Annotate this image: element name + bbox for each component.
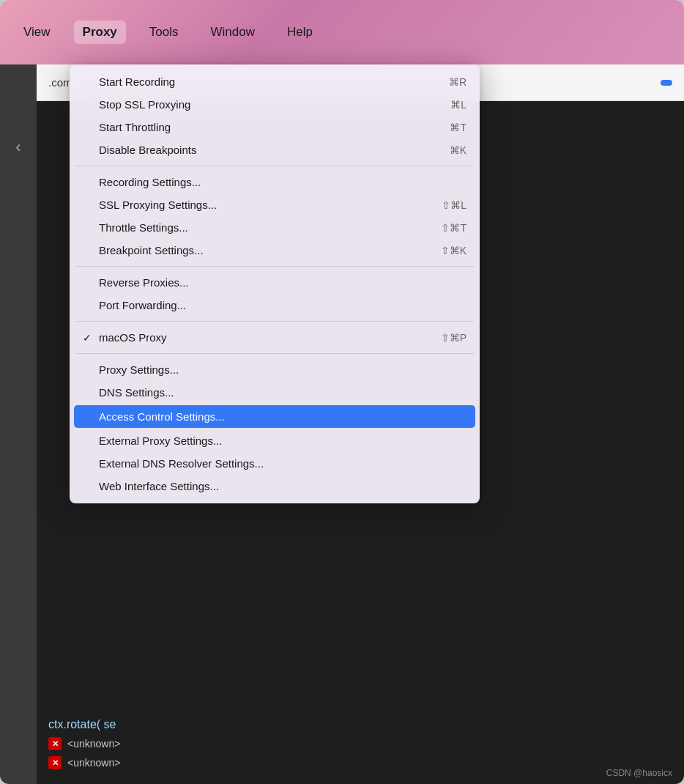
divider-4 xyxy=(75,353,474,354)
label-proxy-settings: Proxy Settings... xyxy=(99,363,179,376)
label-stop-ssl: Stop SSL Proxying xyxy=(99,98,190,111)
dropdown-menu: Start Recording ⌘R Stop SSL Proxying ⌘L … xyxy=(70,64,480,503)
menu-item-reverse-proxies[interactable]: Reverse Proxies... xyxy=(70,271,480,294)
shortcut-throttle-settings: ⇧⌘T xyxy=(441,222,466,234)
menu-section-3: Reverse Proxies... Port Forwarding... xyxy=(70,270,480,318)
label-breakpoint-settings: Breakpoint Settings... xyxy=(99,244,204,256)
menu-section-5: Proxy Settings... DNS Settings... Access… xyxy=(70,357,480,499)
menu-section-2: Recording Settings... SSL Proxying Setti… xyxy=(70,169,480,263)
dropdown-overlay: Start Recording ⌘R Stop SSL Proxying ⌘L … xyxy=(0,0,684,784)
shortcut-stop-ssl: ⌘L xyxy=(450,99,466,111)
menu-item-external-dns-resolver[interactable]: External DNS Resolver Settings... xyxy=(70,452,480,475)
menu-item-start-recording[interactable]: Start Recording ⌘R xyxy=(70,70,480,93)
label-start-throttling: Start Throttling xyxy=(99,121,171,133)
menu-item-dns-settings[interactable]: DNS Settings... xyxy=(70,381,480,404)
shortcut-start-throttling: ⌘T xyxy=(450,122,466,133)
label-web-interface-settings: Web Interface Settings... xyxy=(99,480,219,492)
menu-item-stop-ssl[interactable]: Stop SSL Proxying ⌘L xyxy=(70,93,480,116)
shortcut-macos-proxy: ⇧⌘P xyxy=(441,332,466,344)
label-disable-breakpoints: Disable Breakpoints xyxy=(99,144,196,156)
menu-item-external-proxy-settings[interactable]: External Proxy Settings... xyxy=(70,429,480,452)
menu-item-proxy-settings[interactable]: Proxy Settings... xyxy=(70,358,480,381)
app-window: View Proxy Tools Window Help ‹ .com ctx.… xyxy=(0,0,684,784)
label-port-forwarding: Port Forwarding... xyxy=(99,299,186,311)
label-dns-settings: DNS Settings... xyxy=(99,386,174,399)
menu-item-start-throttling[interactable]: Start Throttling ⌘T xyxy=(70,116,480,138)
menu-item-access-control-settings[interactable]: Access Control Settings... xyxy=(74,405,475,428)
menu-item-web-interface-settings[interactable]: Web Interface Settings... xyxy=(70,475,480,498)
label-macos-proxy: macOS Proxy xyxy=(99,331,167,344)
menu-item-macos-proxy[interactable]: ✓ macOS Proxy ⇧⌘P xyxy=(70,326,480,349)
menu-section-4: ✓ macOS Proxy ⇧⌘P xyxy=(70,325,480,350)
shortcut-ssl-proxying-settings: ⇧⌘L xyxy=(442,199,466,211)
label-recording-settings: Recording Settings... xyxy=(99,176,201,188)
label-throttle-settings: Throttle Settings... xyxy=(99,221,188,234)
menu-item-disable-breakpoints[interactable]: Disable Breakpoints ⌘K xyxy=(70,138,480,161)
label-access-control: Access Control Settings... xyxy=(99,410,225,423)
menu-item-recording-settings[interactable]: Recording Settings... xyxy=(70,171,480,193)
shortcut-disable-breakpoints: ⌘K xyxy=(450,144,466,156)
label-external-proxy-settings: External Proxy Settings... xyxy=(99,434,222,447)
menu-item-throttle-settings[interactable]: Throttle Settings... ⇧⌘T xyxy=(70,216,480,239)
divider-3 xyxy=(75,321,474,322)
label-external-dns-resolver: External DNS Resolver Settings... xyxy=(99,457,264,470)
menu-item-port-forwarding[interactable]: Port Forwarding... xyxy=(70,294,480,317)
label-reverse-proxies: Reverse Proxies... xyxy=(99,276,189,289)
label-ssl-proxying-settings: SSL Proxying Settings... xyxy=(99,199,217,211)
menu-item-ssl-proxying-settings[interactable]: SSL Proxying Settings... ⇧⌘L xyxy=(70,193,480,216)
shortcut-breakpoint-settings: ⇧⌘K xyxy=(441,245,466,256)
menu-section-1: Start Recording ⌘R Stop SSL Proxying ⌘L … xyxy=(70,69,480,163)
menu-item-breakpoint-settings[interactable]: Breakpoint Settings... ⇧⌘K xyxy=(70,239,480,262)
divider-2 xyxy=(75,266,474,267)
label-start-recording: Start Recording xyxy=(99,75,175,88)
divider-1 xyxy=(75,166,474,166)
shortcut-start-recording: ⌘R xyxy=(449,76,466,88)
checkmark-macos-proxy: ✓ xyxy=(83,332,94,344)
